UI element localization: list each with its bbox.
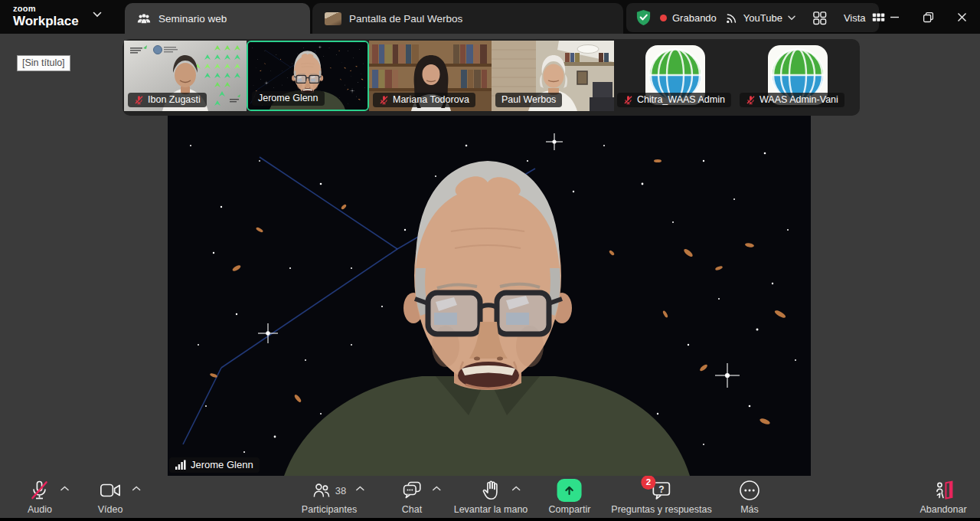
- window-bottom-edge: [0, 518, 980, 521]
- chat-bubble-icon: [403, 481, 422, 500]
- share-button[interactable]: Compartir: [549, 478, 591, 515]
- webinar-people-icon: [137, 13, 151, 25]
- leave-door-icon: [933, 480, 954, 500]
- audio-button[interactable]: Audio: [28, 478, 52, 515]
- window-titlebar: zoom Workplace Seminario web Pantalla de…: [0, 0, 980, 34]
- shared-screen-thumbnail-icon: [325, 12, 341, 25]
- recording-label: Grabando: [672, 12, 717, 24]
- restore-button[interactable]: [911, 0, 945, 34]
- leave-button[interactable]: Abandonar: [920, 478, 966, 515]
- more-button[interactable]: Más: [739, 478, 760, 515]
- name-label-paul: Paul Werbos: [495, 93, 562, 107]
- video-tile-paul[interactable]: Paul Werbos: [492, 41, 614, 111]
- qa-button[interactable]: 2 ? Preguntas y respuestas: [611, 478, 711, 515]
- raise-hand-icon: [482, 480, 500, 500]
- audio-label: Audio: [28, 504, 52, 515]
- video-tile-jerome-active[interactable]: Jerome Glenn: [247, 41, 369, 111]
- video-camera-icon: [100, 482, 120, 499]
- meeting-status-controls: Grabando YouTube Vista: [626, 3, 879, 32]
- name-label-chitra: Chitra_WAAS Admin: [617, 93, 731, 107]
- name-label-ibon: Ibon Zugasti: [128, 93, 207, 107]
- name-label-mariana: Mariana Todorova: [373, 93, 475, 107]
- youtube-chevron-down-icon[interactable]: [788, 15, 795, 21]
- tab-webinar-label: Seminario web: [158, 13, 227, 25]
- participants-label: Participantes: [302, 504, 357, 515]
- meeting-toolbar: Audio Vídeo 38 Participa: [0, 476, 980, 518]
- chat-label: Chat: [402, 504, 422, 515]
- main-speaker-video: Jerome Glenn: [168, 115, 811, 476]
- name-label-jerome: Jerome Glenn: [252, 91, 325, 106]
- muted-mic-icon: [134, 95, 144, 105]
- avatar-tile-waas-vani[interactable]: WAAS Admin-Vani: [737, 41, 859, 111]
- muted-mic-icon: [379, 95, 389, 105]
- active-speaker-label: Jerome Glenn: [169, 457, 260, 473]
- participant-name: Ibon Zugasti: [148, 94, 201, 105]
- participant-name: WAAS Admin-Vani: [760, 94, 838, 105]
- participant-name: Jerome Glenn: [258, 93, 318, 103]
- participants-icon: [312, 482, 331, 499]
- video-tile-ibon[interactable]: Ibon Zugasti: [124, 41, 247, 111]
- tab-shared-screen[interactable]: Pantalla de Paul Werbos: [312, 3, 623, 34]
- active-speaker-name: Jerome Glenn: [191, 459, 253, 470]
- share-label: Compartir: [549, 504, 591, 515]
- share-screen-icon: [557, 479, 582, 502]
- muted-mic-icon: [746, 95, 756, 105]
- logo-text-large: Workplace: [13, 15, 79, 28]
- audio-level-bars-icon: [175, 460, 186, 470]
- name-label-waas-vani: WAAS Admin-Vani: [740, 93, 844, 107]
- svg-text:?: ?: [658, 483, 664, 494]
- participant-name: Paul Werbos: [501, 94, 556, 105]
- youtube-label: YouTube: [743, 12, 782, 24]
- youtube-live-control[interactable]: YouTube: [725, 11, 795, 25]
- leave-label: Abandonar: [920, 504, 966, 515]
- muted-mic-icon: [30, 480, 49, 501]
- untitled-annotation-chip: [Sin título]: [17, 55, 70, 71]
- participant-name: Mariana Todorova: [393, 94, 469, 105]
- participants-count: 38: [335, 485, 346, 496]
- participants-button[interactable]: 38 Participantes: [302, 478, 357, 515]
- qa-badge: 2: [641, 475, 655, 490]
- video-options-chevron[interactable]: [132, 486, 140, 491]
- zoom-workplace-logo: zoom Workplace: [13, 5, 79, 28]
- view-label: Vista: [844, 12, 866, 24]
- audio-options-chevron[interactable]: [60, 486, 69, 491]
- minimize-button[interactable]: [877, 0, 911, 34]
- window-controls: [877, 0, 978, 34]
- video-button[interactable]: Vídeo: [98, 478, 123, 515]
- recording-indicator[interactable]: Grabando: [660, 12, 717, 24]
- security-shield-icon[interactable]: [635, 9, 652, 26]
- raise-hand-button[interactable]: Levantar la mano: [454, 478, 528, 515]
- qa-label: Preguntas y respuestas: [611, 504, 711, 515]
- more-ellipsis-icon: [739, 480, 760, 501]
- avatar-tile-chitra[interactable]: Chitra_WAAS Admin: [614, 41, 737, 111]
- participant-name: Chitra_WAAS Admin: [637, 94, 725, 105]
- tab-webinar[interactable]: Seminario web: [125, 3, 310, 34]
- muted-mic-icon: [623, 95, 633, 105]
- video-label: Vídeo: [98, 504, 123, 515]
- workspace-chevron-down-icon[interactable]: [93, 11, 102, 18]
- more-label: Más: [740, 504, 759, 515]
- apps-grid-button[interactable]: [812, 11, 827, 25]
- video-tile-mariana[interactable]: Mariana Todorova: [369, 41, 492, 111]
- live-broadcast-icon: [725, 11, 738, 25]
- raise-hand-options-chevron[interactable]: [512, 486, 521, 491]
- logo-text-small: zoom: [13, 5, 79, 13]
- close-icon[interactable]: [945, 0, 978, 34]
- recording-dot-icon: [660, 15, 667, 21]
- raise-hand-label: Levantar la mano: [454, 504, 528, 515]
- chat-button[interactable]: Chat: [402, 478, 422, 515]
- jerome-stage-frame: [168, 115, 811, 476]
- chat-options-chevron[interactable]: [433, 486, 441, 491]
- tab-shared-screen-label: Pantalla de Paul Werbos: [349, 13, 462, 25]
- participants-options-chevron[interactable]: [356, 486, 364, 491]
- participants-filmstrip: Ibon Zugasti Jerome Glenn: [122, 39, 860, 116]
